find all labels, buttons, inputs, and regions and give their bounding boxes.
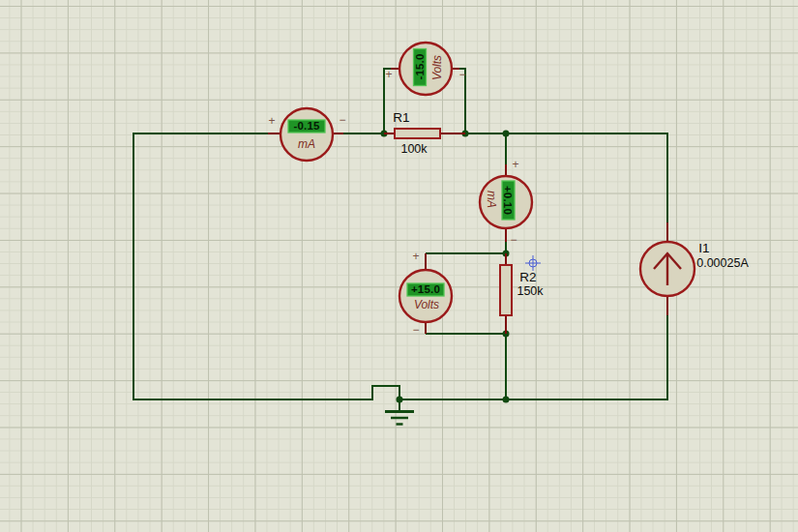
resistor-r1[interactable] [395,129,440,138]
wire-junction-dot[interactable] [503,397,510,403]
current-source-i1-ref[interactable]: I1 [698,241,709,255]
wire-junction-dot[interactable] [397,397,403,403]
resistor-r2-value[interactable]: 150k [517,284,543,298]
ammeter-left-unit: mA [298,137,315,151]
wire-segment[interactable] [399,315,667,399]
ammeter-left-reading: -0.15 [293,120,319,132]
meter-body[interactable] [281,108,333,161]
ammeter-middle-plus-sign: + [512,158,518,171]
wire-junctions[interactable] [381,131,510,403]
ammeter-left-minus-sign: − [339,113,345,127]
wire-junction-dot[interactable] [503,131,510,137]
ammeter-middle-minus-sign: − [510,233,517,247]
resistor-body[interactable] [395,129,440,138]
wire-segment[interactable] [133,133,399,399]
voltmeter-bottom-plus-sign: + [412,250,419,263]
schematic-graphics [0,0,798,532]
resistor-r1-value[interactable]: 100k [400,142,427,156]
current-source-i1[interactable] [640,242,695,296]
voltmeter-top-plus-sign: + [385,68,392,81]
ammeter-middle-reading: +0.10 [502,186,514,215]
voltmeter-bottom[interactable] [399,270,452,322]
voltmeter-bottom-unit: Volts [414,298,439,311]
ground-symbol[interactable] [385,412,414,425]
voltmeter-top-minus-sign: − [458,68,465,81]
resistor-body[interactable] [500,265,512,315]
voltmeter-bottom-reading: +15.0 [411,283,440,295]
ammeter-left-plus-sign: + [268,114,275,128]
resistor-r1-ref[interactable]: R1 [393,110,409,125]
resistor-r2-ref[interactable]: R2 [519,270,536,284]
ammeter-middle-unit: mA [485,191,498,208]
voltmeter-bottom-minus-sign: − [412,323,419,337]
voltmeter-top-unit: Volts [430,55,444,80]
resistor-r2[interactable] [500,265,512,315]
voltmeter-top-reading: -15.0 [414,53,426,79]
component-pins [268,69,667,334]
schematic-canvas[interactable]: -15.0 Volts + − -0.15 mA + − R1 100k +0.… [0,0,798,532]
current-source-i1-value[interactable]: 0.00025A [696,256,749,270]
ammeter-left[interactable] [281,108,333,161]
